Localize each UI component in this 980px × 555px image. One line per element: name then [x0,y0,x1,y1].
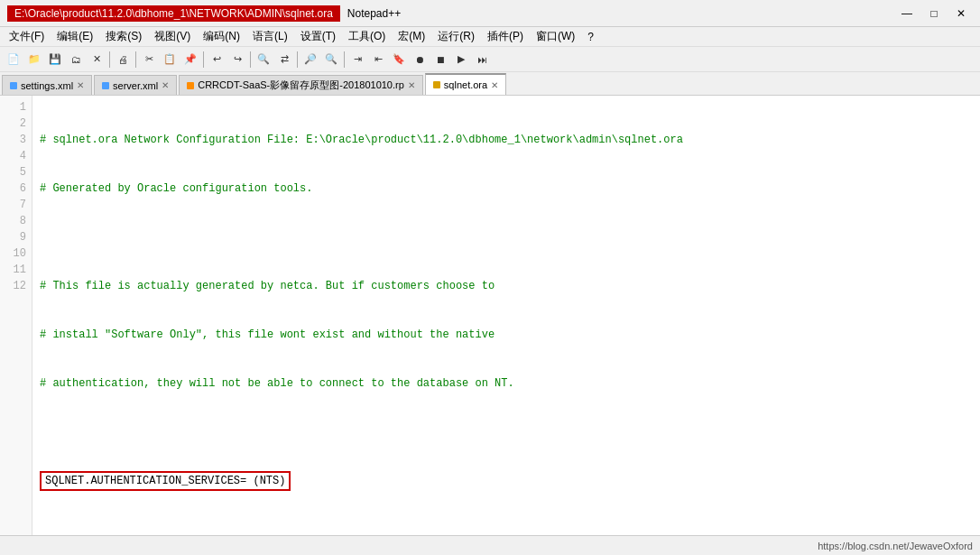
ln-3: 3 [0,132,32,148]
title-path: E:\Oracle\product\11.2.0\dbhome_1\NETWOR… [7,5,340,22]
toolbar-sep-1 [109,51,110,68]
menu-window[interactable]: 窗口(W) [531,27,580,46]
menu-bar: 文件(F) 编辑(E) 搜索(S) 视图(V) 编码(N) 语言(L) 设置(T… [0,27,980,47]
menu-help[interactable]: ? [582,29,599,45]
tab-icon-sqlnet [433,81,440,88]
minimize-button[interactable]: — [895,5,919,23]
tab-icon-server [102,82,109,89]
tab-server-xml[interactable]: server.xml ✕ [94,75,177,95]
tb-indent[interactable]: ⇥ [347,50,367,69]
tab-close-settings[interactable]: ✕ [77,80,84,90]
code-text-8: SQLNET.AUTHENTICATION_SERVICES= (NTS) [40,471,291,491]
toolbar-sep-5 [297,51,298,68]
tb-zoom-out[interactable]: 🔍 [321,50,341,69]
title-bar: E:\Oracle\product\11.2.0\dbhome_1\NETWOR… [0,0,980,27]
status-url: https://blog.csdn.net/JewaveOxford [818,541,973,551]
menu-run[interactable]: 运行(R) [432,27,480,46]
tb-close[interactable]: ✕ [87,50,106,69]
tb-saveall[interactable]: 🗂 [66,50,86,69]
ln-5: 5 [0,164,32,180]
tab-label-sqlnet: sqlnet.ora [444,79,487,90]
code-text-5: # install "Software Only", this file won… [40,327,495,343]
tb-macro-rec[interactable]: ⏺ [410,50,430,69]
tb-copy[interactable]: 📋 [160,50,180,69]
ln-12: 12 [0,278,32,294]
maximize-button[interactable]: □ [922,5,946,23]
window-controls: — □ ✕ [895,5,973,23]
code-area[interactable]: # sqlnet.ora Network Configuration File:… [32,96,980,535]
tb-macro-run[interactable]: ⏭ [472,50,492,69]
close-button[interactable]: ✕ [949,5,973,23]
tabs-bar: settings.xml ✕ server.xml ✕ CRRCDT-SaaS-… [0,72,980,96]
tb-cut[interactable]: ✂ [139,50,159,69]
tab-settings-xml[interactable]: settings.xml ✕ [2,75,92,95]
code-line-3 [40,229,973,245]
tab-close-server[interactable]: ✕ [162,80,169,90]
tb-bookmarks[interactable]: 🔖 [389,50,409,69]
tb-print[interactable]: 🖨 [113,50,133,69]
menu-encode[interactable]: 编码(N) [198,27,245,46]
tab-icon-settings [10,82,17,89]
menu-edit[interactable]: 编辑(E) [51,27,98,46]
menu-settings[interactable]: 设置(T) [295,27,341,46]
ln-2: 2 [0,116,32,132]
menu-plugins[interactable]: 插件(P) [482,27,529,46]
code-line-8: SQLNET.AUTHENTICATION_SERVICES= (NTS) [40,473,973,489]
toolbar-sep-2 [135,51,136,68]
ln-4: 4 [0,148,32,164]
menu-tools[interactable]: 工具(O) [343,27,391,46]
code-line-4: # This file is actually generated by net… [40,278,973,294]
code-text-4: # This file is actually generated by net… [40,278,495,294]
menu-language[interactable]: 语言(L) [247,27,293,46]
tb-zoom-in[interactable]: 🔎 [300,50,320,69]
tab-close-rp[interactable]: ✕ [408,80,415,90]
menu-macro[interactable]: 宏(M) [393,27,430,46]
tb-redo[interactable]: ↪ [227,50,247,69]
tb-open[interactable]: 📁 [24,50,44,69]
ln-11: 11 [0,262,32,278]
editor: 1 2 3 4 5 6 7 8 9 10 11 12 # sqlnet.ora … [0,96,980,535]
tab-close-sqlnet[interactable]: ✕ [491,80,498,90]
code-line-2: # Generated by Oracle configuration tool… [40,180,973,197]
ln-8: 8 [0,213,32,229]
menu-view[interactable]: 视图(V) [149,27,196,46]
code-line-9 [40,522,973,535]
ln-7: 7 [0,197,32,213]
ln-1: 1 [0,99,32,116]
menu-search[interactable]: 搜索(S) [100,27,147,46]
tb-paste[interactable]: 📌 [180,50,200,69]
tb-macro-stop[interactable]: ⏹ [430,50,450,69]
toolbar-sep-3 [203,51,204,68]
line-numbers: 1 2 3 4 5 6 7 8 9 10 11 12 [0,96,32,535]
code-text-3 [40,229,46,245]
tb-outdent[interactable]: ⇤ [368,50,388,69]
tb-macro-play[interactable]: ▶ [451,50,471,69]
toolbar-sep-6 [344,51,345,68]
tab-label-rp: CRRCDT-SaaS-影像留存原型图-201801010.rp [198,79,404,92]
tab-label-settings: settings.xml [21,80,73,91]
code-line-6: # authentication, they will not be able … [40,375,973,392]
toolbar-sep-4 [250,51,251,68]
code-text-2: # Generated by Oracle configuration tool… [40,180,312,197]
tb-replace[interactable]: ⇄ [274,50,294,69]
code-line-5: # install "Software Only", this file won… [40,327,973,343]
tb-save[interactable]: 💾 [45,50,65,69]
status-bar: https://blog.csdn.net/JewaveOxford [0,535,980,555]
tab-icon-rp [187,82,194,89]
tb-undo[interactable]: ↩ [207,50,227,69]
tab-label-server: server.xml [113,80,158,91]
menu-file[interactable]: 文件(F) [4,27,50,46]
code-line-7 [40,424,973,440]
tb-new[interactable]: 📄 [4,50,23,69]
code-line-1: # sqlnet.ora Network Configuration File:… [40,132,973,148]
code-text-1: # sqlnet.ora Network Configuration File:… [40,132,683,148]
ln-10: 10 [0,245,32,262]
toolbar: 📄 📁 💾 🗂 ✕ 🖨 ✂ 📋 📌 ↩ ↪ 🔍 ⇄ 🔎 🔍 ⇥ ⇤ 🔖 ⏺ ⏹ … [0,47,980,72]
tab-sqlnet-ora[interactable]: sqlnet.ora ✕ [425,73,506,95]
code-text-6: # authentication, they will not be able … [40,375,514,392]
tab-rp-file[interactable]: CRRCDT-SaaS-影像留存原型图-201801010.rp ✕ [179,75,423,95]
tb-find[interactable]: 🔍 [254,50,273,69]
code-text-7 [40,424,46,440]
code-text-9 [40,522,46,535]
title-app: Notepad++ [347,7,895,20]
